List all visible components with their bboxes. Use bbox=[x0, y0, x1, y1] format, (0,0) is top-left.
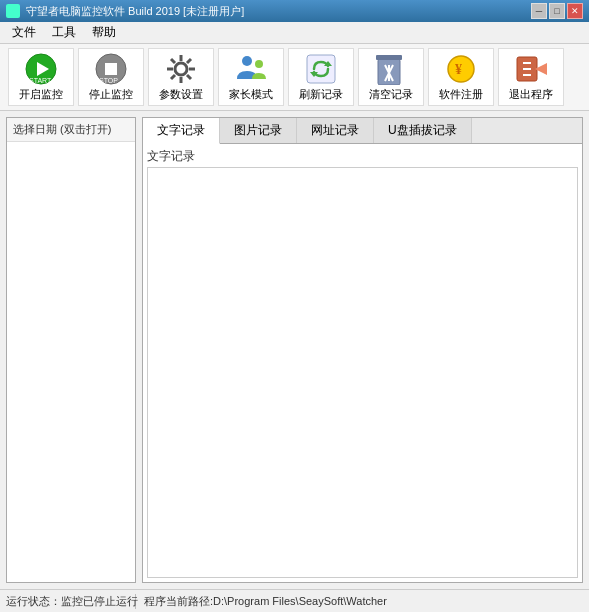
start-monitor-label: 开启监控 bbox=[19, 87, 63, 102]
svg-line-13 bbox=[187, 59, 191, 63]
tab-url-records[interactable]: 网址记录 bbox=[297, 118, 374, 143]
title-bar-left: 守望者电脑监控软件 Build 2019 [未注册用户] bbox=[6, 4, 244, 19]
svg-line-11 bbox=[171, 59, 175, 63]
left-panel-header: 选择日期 (双击打开) bbox=[7, 118, 135, 142]
settings-label: 参数设置 bbox=[159, 87, 203, 102]
start-monitor-button[interactable]: START 开启监控 bbox=[8, 48, 74, 106]
menu-help[interactable]: 帮助 bbox=[84, 22, 124, 43]
title-bar: 守望者电脑监控软件 Build 2019 [未注册用户] ─ □ ✕ bbox=[0, 0, 589, 22]
register-icon: ¥ bbox=[445, 53, 477, 85]
title-text: 守望者电脑监控软件 Build 2019 [未注册用户] bbox=[26, 4, 244, 19]
content-area[interactable] bbox=[147, 167, 578, 578]
parent-mode-label: 家长模式 bbox=[229, 87, 273, 102]
parent-mode-button[interactable]: 家长模式 bbox=[218, 48, 284, 106]
start-icon: START bbox=[25, 53, 57, 85]
clear-button[interactable]: 清空记录 bbox=[358, 48, 424, 106]
clear-label: 清空记录 bbox=[369, 87, 413, 102]
svg-point-16 bbox=[255, 60, 263, 68]
status-left: 运行状态：监控已停止运行 bbox=[6, 594, 136, 609]
tab-content: 文字记录 bbox=[143, 144, 582, 582]
menu-tools[interactable]: 工具 bbox=[44, 22, 84, 43]
tabs: 文字记录 图片记录 网址记录 U盘插拔记录 bbox=[143, 118, 582, 144]
tab-usb-records[interactable]: U盘插拔记录 bbox=[374, 118, 472, 143]
menu-bar: 文件 工具 帮助 bbox=[0, 22, 589, 44]
svg-rect-4 bbox=[105, 63, 117, 75]
app-icon bbox=[6, 4, 20, 18]
close-button[interactable]: ✕ bbox=[567, 3, 583, 19]
svg-line-12 bbox=[187, 75, 191, 79]
clear-icon bbox=[375, 53, 407, 85]
svg-text:STOP: STOP bbox=[99, 77, 118, 84]
stop-monitor-button[interactable]: STOP 停止监控 bbox=[78, 48, 144, 106]
right-panel: 文字记录 图片记录 网址记录 U盘插拔记录 文字记录 bbox=[142, 117, 583, 583]
settings-button[interactable]: 参数设置 bbox=[148, 48, 214, 106]
status-bar: 运行状态：监控已停止运行 程序当前路径:D:\Program Files\Sea… bbox=[0, 589, 589, 612]
svg-rect-17 bbox=[307, 55, 335, 83]
svg-point-15 bbox=[242, 56, 252, 66]
register-label: 软件注册 bbox=[439, 87, 483, 102]
parent-icon bbox=[235, 53, 267, 85]
left-panel: 选择日期 (双击打开) bbox=[6, 117, 136, 583]
maximize-button[interactable]: □ bbox=[549, 3, 565, 19]
title-bar-controls: ─ □ ✕ bbox=[531, 3, 583, 19]
main-content: 选择日期 (双击打开) 文字记录 图片记录 网址记录 U盘插拔记录 文字记录 bbox=[0, 111, 589, 589]
svg-rect-21 bbox=[376, 55, 402, 60]
tab-text-records[interactable]: 文字记录 bbox=[143, 118, 220, 144]
register-button[interactable]: ¥ 软件注册 bbox=[428, 48, 494, 106]
exit-button[interactable]: 退出程序 bbox=[498, 48, 564, 106]
svg-point-6 bbox=[175, 63, 187, 75]
refresh-button[interactable]: 刷新记录 bbox=[288, 48, 354, 106]
tab-content-label: 文字记录 bbox=[147, 148, 578, 165]
settings-icon bbox=[165, 53, 197, 85]
refresh-label: 刷新记录 bbox=[299, 87, 343, 102]
exit-icon bbox=[515, 53, 547, 85]
tab-image-records[interactable]: 图片记录 bbox=[220, 118, 297, 143]
svg-line-14 bbox=[171, 75, 175, 79]
status-right: 程序当前路径:D:\Program Files\SeaySoft\Watcher bbox=[136, 594, 387, 609]
svg-text:¥: ¥ bbox=[455, 62, 462, 77]
stop-monitor-label: 停止监控 bbox=[89, 87, 133, 102]
minimize-button[interactable]: ─ bbox=[531, 3, 547, 19]
toolbar: START 开启监控 STOP 停止监控 bbox=[0, 44, 589, 111]
exit-label: 退出程序 bbox=[509, 87, 553, 102]
menu-file[interactable]: 文件 bbox=[4, 22, 44, 43]
refresh-icon bbox=[305, 53, 337, 85]
svg-text:START: START bbox=[29, 77, 52, 84]
stop-icon: STOP bbox=[95, 53, 127, 85]
